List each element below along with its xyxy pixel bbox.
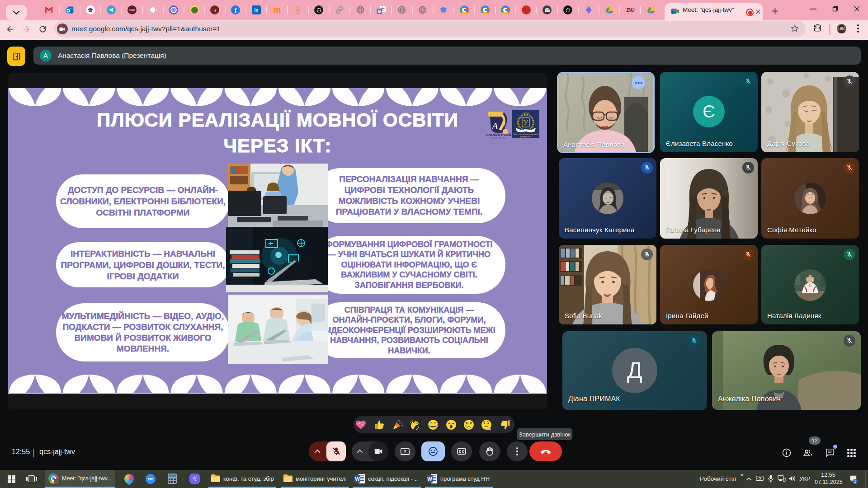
svg-text:W: W [355,476,360,482]
svg-text:У: У [523,119,528,127]
svg-text:A: A [491,120,498,131]
svg-text:W: W [427,476,432,482]
svg-text:ФАКУЛЬТЕТ: ФАКУЛЬТЕТ [491,136,507,139]
svg-text:1804: 1804 [523,112,529,115]
svg-text:університет: університет [520,136,532,138]
